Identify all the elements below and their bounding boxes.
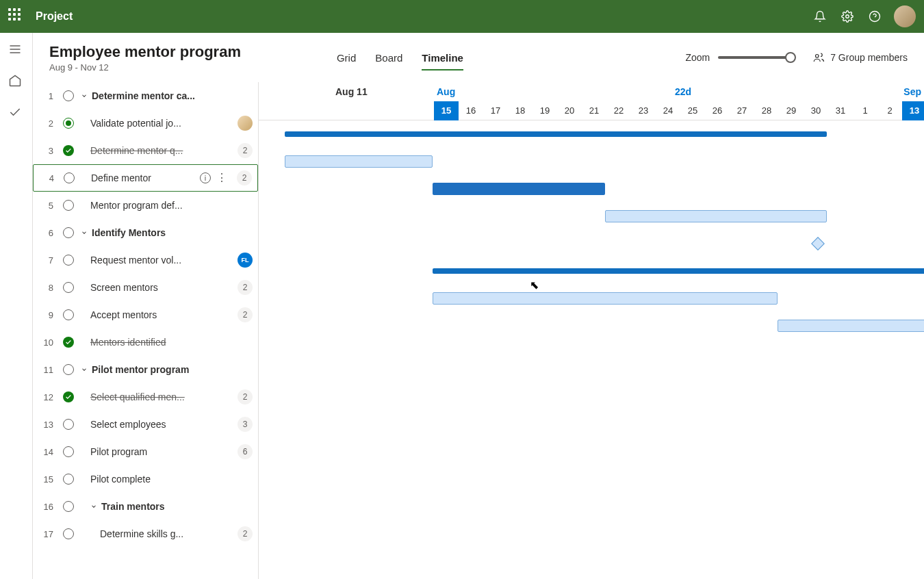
zoom-control[interactable]: Zoom [685, 52, 793, 63]
day-column[interactable]: 31 [828, 101, 853, 120]
info-icon[interactable]: i [200, 172, 211, 183]
status-open-icon[interactable] [63, 446, 74, 457]
check-icon[interactable] [8, 105, 25, 122]
status-open-icon[interactable] [63, 419, 74, 430]
status-open-icon[interactable] [63, 364, 74, 375]
settings-icon[interactable] [834, 3, 861, 30]
task-name[interactable]: Pilot mentor program [92, 364, 253, 375]
task-name[interactable]: Identify Mentors [92, 227, 253, 238]
day-column[interactable]: 17 [483, 101, 508, 120]
status-open-icon[interactable] [63, 474, 74, 485]
status-done-icon[interactable] [63, 337, 74, 348]
status-done-icon[interactable] [63, 145, 74, 156]
day-column[interactable]: 24 [656, 101, 680, 120]
day-column[interactable]: 27 [730, 101, 754, 120]
gantt[interactable]: Aug 11 Aug 22d Sep 151617181920212223242… [259, 82, 924, 579]
tab-board[interactable]: Board [375, 45, 402, 70]
gantt-bar-4[interactable] [605, 210, 827, 222]
more-icon[interactable]: ⋮ [216, 172, 227, 183]
task-row[interactable]: 1Determine mentor ca... [33, 82, 258, 110]
status-open-icon[interactable] [63, 309, 74, 320]
task-name[interactable]: Select qualified men... [90, 391, 233, 402]
task-row[interactable]: 10Mentors identified [33, 329, 258, 356]
task-row[interactable]: 8Screen mentors2 [33, 274, 258, 301]
app-launcher-icon[interactable] [8, 8, 25, 25]
task-name[interactable]: Select employees [90, 419, 233, 430]
day-column[interactable]: 20 [557, 101, 582, 120]
assignee-avatar[interactable] [238, 116, 253, 131]
menu-icon[interactable] [8, 42, 25, 59]
day-column[interactable]: 1 [853, 101, 877, 120]
status-open-icon[interactable] [63, 200, 74, 211]
status-progress-icon[interactable] [63, 118, 74, 129]
task-row[interactable]: 6Identify Mentors [33, 219, 258, 246]
task-row[interactable]: 17Determine skills g...2 [33, 520, 258, 548]
task-name[interactable]: Mentor program def... [90, 200, 253, 211]
gantt-bar-summary-6[interactable] [433, 268, 924, 274]
task-row[interactable]: 3Determine mentor q...2 [33, 137, 258, 164]
gantt-body[interactable]: ⬉ [259, 120, 924, 579]
day-column[interactable]: 25 [680, 101, 705, 120]
status-open-icon[interactable] [63, 255, 74, 266]
notifications-icon[interactable] [806, 3, 834, 30]
status-open-icon[interactable] [63, 282, 74, 293]
task-name[interactable]: Pilot program [90, 446, 233, 457]
status-open-icon[interactable] [63, 227, 74, 238]
tab-grid[interactable]: Grid [337, 45, 356, 70]
chevron-down-icon[interactable] [81, 229, 89, 236]
day-column[interactable]: 19 [532, 101, 557, 120]
day-column[interactable]: 23 [631, 101, 656, 120]
status-open-icon[interactable] [63, 528, 74, 539]
gantt-bar-2[interactable] [285, 155, 433, 168]
chevron-down-icon[interactable] [81, 366, 89, 373]
task-row[interactable]: 4Define mentori⋮2 [33, 164, 258, 192]
gantt-bar-7[interactable] [433, 292, 778, 305]
task-name[interactable]: Request mentor vol... [90, 255, 233, 266]
task-name[interactable]: Define mentor [91, 172, 196, 183]
group-members-button[interactable]: 7 Group members [812, 51, 908, 64]
day-column[interactable]: 30 [804, 101, 828, 120]
day-column[interactable]: 2 [877, 101, 902, 120]
day-column[interactable]: 28 [754, 101, 779, 120]
task-row[interactable]: 13Select employees3 [33, 411, 258, 438]
day-column[interactable]: 16 [459, 101, 483, 120]
status-open-icon[interactable] [63, 501, 74, 512]
day-column[interactable]: 29 [779, 101, 804, 120]
day-column[interactable]: 22 [606, 101, 631, 120]
gantt-bar-8[interactable] [778, 320, 924, 332]
task-row[interactable]: 9Accept mentors2 [33, 301, 258, 329]
chevron-down-icon[interactable] [81, 92, 89, 99]
task-row[interactable]: 5Mentor program def... [33, 192, 258, 219]
gantt-bar-summary-1[interactable] [285, 131, 827, 137]
task-row[interactable]: 2Validate potential jo... [33, 110, 258, 137]
gantt-bar-3[interactable] [433, 183, 605, 195]
task-name[interactable]: Pilot complete [90, 474, 253, 485]
task-name[interactable]: Train mentors [101, 501, 253, 512]
task-row[interactable]: 12Select qualified men...2 [33, 383, 258, 411]
gantt-milestone-5[interactable] [811, 237, 825, 250]
project-title[interactable]: Employee mentor program [49, 43, 241, 61]
task-name[interactable]: Determine skills g... [100, 528, 233, 539]
status-open-icon[interactable] [64, 172, 75, 183]
task-name[interactable]: Determine mentor q... [90, 145, 233, 156]
chevron-down-icon[interactable] [90, 503, 99, 510]
task-name[interactable]: Accept mentors [90, 309, 233, 320]
task-row[interactable]: 15Pilot complete [33, 465, 258, 493]
user-avatar[interactable] [894, 5, 916, 27]
day-column[interactable]: 26 [705, 101, 730, 120]
task-row[interactable]: 14Pilot program6 [33, 438, 258, 465]
day-column[interactable]: 13 [902, 101, 924, 120]
task-name[interactable]: Determine mentor ca... [92, 90, 253, 101]
status-done-icon[interactable] [63, 391, 74, 402]
task-name[interactable]: Mentors identified [90, 337, 253, 348]
day-column[interactable]: 21 [582, 101, 606, 120]
task-name[interactable]: Validate potential jo... [90, 118, 233, 129]
task-name[interactable]: Screen mentors [90, 282, 233, 293]
home-icon[interactable] [8, 74, 25, 90]
task-row[interactable]: 7Request mentor vol...FL [33, 246, 258, 274]
tab-timeline[interactable]: Timeline [422, 45, 463, 70]
assignee-initials[interactable]: FL [238, 253, 253, 268]
day-column[interactable]: 15 [434, 101, 459, 120]
task-row[interactable]: 16Train mentors [33, 493, 258, 520]
zoom-slider[interactable] [718, 56, 793, 59]
